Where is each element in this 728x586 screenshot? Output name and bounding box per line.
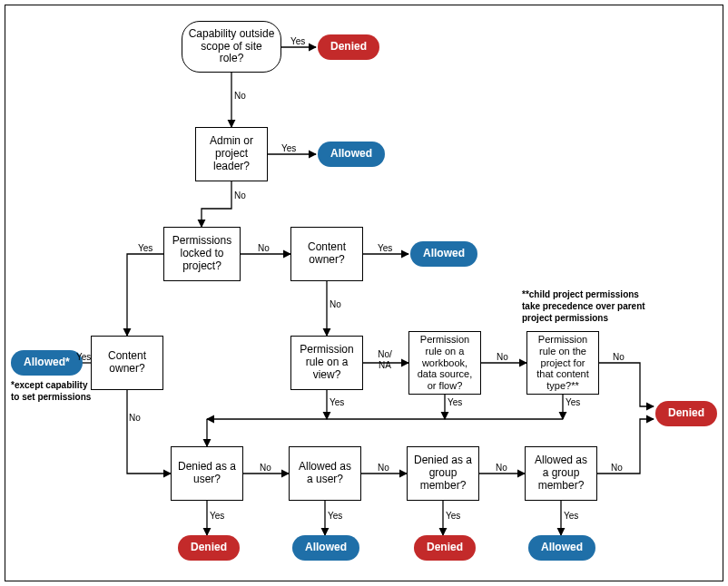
terminal-denied-final: Denied (655, 401, 717, 426)
edge-label: Yes (446, 511, 460, 522)
edge-label: Yes (330, 397, 344, 408)
edge-label: No (330, 299, 341, 310)
edge-label: No/ NA (372, 349, 398, 370)
edge-label: No (129, 413, 141, 424)
flowchart-frame: Capability outside scope of site role? A… (0, 0, 728, 586)
terminal-allowed-group: Allowed (528, 535, 595, 561)
terminal-allowed-admin: Allowed (318, 142, 385, 167)
node-denied-as-group: Denied as a group member? (407, 446, 479, 501)
node-allowed-as-user: Allowed as a user? (289, 446, 361, 501)
footnote-except-capability: *except capability to set permissions (11, 379, 97, 403)
node-content-owner-unlocked: Content owner? (290, 227, 363, 281)
terminal-allowed-owner: Allowed (410, 241, 477, 267)
edge-label: No (234, 91, 246, 102)
edge-label: Yes (566, 397, 580, 408)
node-capability-scope: Capability outside scope of site role? (182, 21, 281, 73)
edge-label: No (260, 463, 271, 474)
edge-label: No (613, 352, 625, 363)
node-admin-or-leader: Admin or project leader? (195, 127, 268, 181)
edge-label: Yes (448, 397, 462, 408)
edge-label: No (234, 190, 246, 201)
footnote-child-project: **child project permissions take precede… (522, 288, 654, 324)
edge-label: Yes (76, 352, 91, 363)
node-allowed-as-group: Allowed as a group member? (525, 446, 597, 501)
terminal-allowed-user: Allowed (292, 535, 359, 561)
terminal-allowed-owner-locked: Allowed* (11, 350, 83, 376)
edge-label: No (496, 463, 507, 474)
edge-label: Yes (328, 511, 342, 522)
terminal-denied-scope: Denied (318, 34, 379, 60)
edge-label: Yes (138, 243, 152, 254)
edge-label: Yes (378, 243, 392, 254)
edge-label: Yes (564, 511, 578, 522)
node-rule-on-view: Permission rule on a view? (290, 336, 363, 390)
edge-label: Yes (290, 36, 305, 47)
edge-label: Yes (281, 143, 296, 154)
node-rule-on-project: Permission rule on the project for that … (526, 331, 599, 395)
node-content-owner-locked: Content owner? (91, 336, 163, 390)
edge-label: No (258, 243, 270, 254)
node-denied-as-user: Denied as a user? (171, 446, 243, 501)
edge-label: No (611, 463, 623, 474)
edge-label: No (378, 463, 389, 474)
edge-label: No (497, 352, 508, 363)
terminal-denied-user: Denied (178, 535, 240, 561)
edge-label: Yes (210, 511, 224, 522)
node-permissions-locked: Permissions locked to project? (163, 227, 241, 281)
terminal-denied-group: Denied (414, 535, 476, 561)
node-rule-on-workbook: Permission rule on a workbook, data sour… (408, 331, 481, 395)
